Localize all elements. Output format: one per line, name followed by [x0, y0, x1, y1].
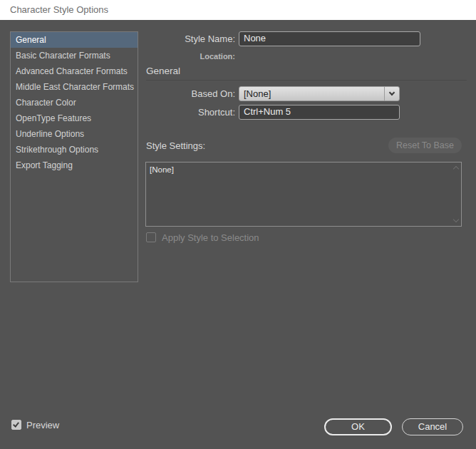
reset-to-base-button[interactable]: Reset To Base [388, 138, 462, 153]
scroll-down-icon[interactable] [453, 217, 459, 222]
based-on-dropdown[interactable]: [None] [239, 86, 400, 101]
based-on-label: Based On: [135, 88, 235, 99]
style-settings-box: [None] [145, 162, 462, 227]
sidebar-item-advanced-character-formats[interactable]: Advanced Character Formats [11, 63, 138, 79]
scroll-up-icon[interactable] [453, 166, 459, 172]
location-label: Location: [135, 52, 235, 61]
based-on-value: [None] [239, 87, 384, 100]
preview-label: Preview [26, 420, 59, 430]
apply-style-checkbox[interactable] [146, 232, 156, 242]
sidebar-item-basic-character-formats[interactable]: Basic Character Formats [11, 48, 138, 63]
preview-checkbox[interactable] [11, 420, 21, 430]
sidebar-item-strikethrough-options[interactable]: Strikethrough Options [11, 142, 138, 158]
style-name-label: Style Name: [135, 33, 235, 44]
section-heading-general: General [146, 66, 180, 76]
apply-style-label: Apply Style to Selection [162, 232, 259, 243]
dialog-titlebar: Character Style Options [0, 0, 476, 20]
sidebar-item-character-color[interactable]: Character Color [11, 95, 138, 110]
shortcut-label: Shortcut: [135, 107, 235, 118]
sidebar-item-opentype-features[interactable]: OpenType Features [11, 110, 138, 126]
sidebar-item-underline-options[interactable]: Underline Options [11, 126, 138, 142]
ok-button[interactable]: OK [324, 418, 392, 435]
cancel-button[interactable]: Cancel [402, 418, 463, 435]
style-settings-value: [None] [150, 165, 174, 174]
shortcut-input[interactable]: Ctrl+Num 5 [239, 105, 400, 120]
style-name-input[interactable]: None [239, 31, 420, 46]
sidebar-item-general[interactable]: General [11, 32, 138, 48]
section-separator [146, 80, 467, 81]
chevron-down-icon [389, 90, 395, 96]
sidebar-nav: General Basic Character Formats Advanced… [10, 31, 138, 282]
style-settings-label: Style Settings: [146, 140, 205, 151]
checkmark-icon [13, 420, 19, 427]
dropdown-chevron-button[interactable] [384, 87, 399, 100]
character-style-options-dialog: Character Style Options General Basic Ch… [0, 0, 476, 449]
sidebar-item-export-tagging[interactable]: Export Tagging [11, 158, 138, 173]
sidebar-item-middle-east-character-formats[interactable]: Middle East Character Formats [11, 79, 138, 95]
dialog-title: Character Style Options [10, 0, 108, 20]
